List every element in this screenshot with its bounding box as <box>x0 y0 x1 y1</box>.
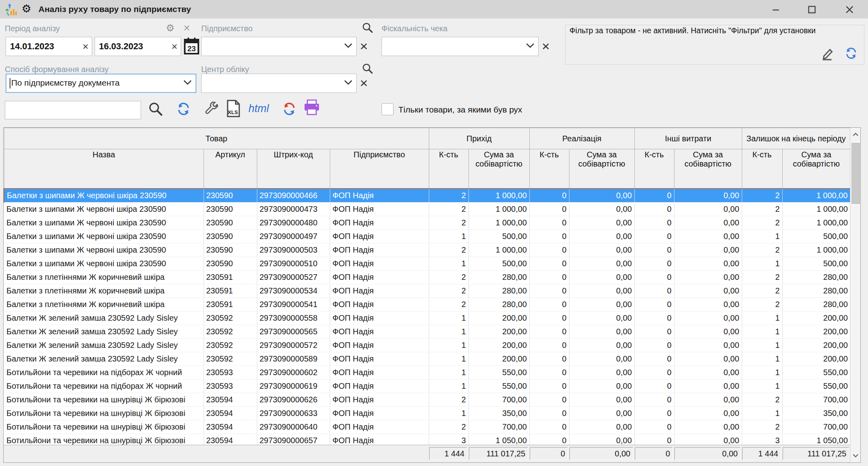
chevron-down-icon[interactable] <box>184 80 192 87</box>
table-row[interactable]: Балетки з шипами Ж червоні шкіра 2305902… <box>4 257 850 271</box>
cell-in-sum: 500,00 <box>468 230 529 243</box>
cell-other-qty: 0 <box>634 271 674 284</box>
center-combobox[interactable] <box>201 74 357 93</box>
table-row[interactable]: Балетки з шипами Ж червоні шкіра 2305902… <box>4 189 850 203</box>
chevron-down-icon[interactable] <box>526 43 534 50</box>
enterprise-search-icon[interactable] <box>361 22 373 35</box>
table-row[interactable]: Ботильйони та черевики на підборах Ж чор… <box>4 366 850 380</box>
table-row[interactable]: Балетки з шипами Ж червоні шкіра 2305902… <box>4 243 850 257</box>
cell-rest-qty: 2 <box>742 216 782 230</box>
table-row[interactable]: Балетки Ж зелений замша 230592 Lady Sisl… <box>4 352 850 366</box>
table-row[interactable]: Ботильйони та черевики на шнурівці Ж бір… <box>4 393 850 407</box>
group-header-other[interactable]: Інші витрати <box>634 128 742 149</box>
settings-gear-icon[interactable]: ⚙ <box>22 2 31 15</box>
table-row[interactable]: Ботильйони та черевики на підборах Ж чор… <box>4 380 850 393</box>
enterprise-combobox[interactable] <box>201 37 357 56</box>
refresh-icon[interactable] <box>844 46 858 62</box>
cell-sale-qty: 0 <box>529 352 569 366</box>
date-from-clear-icon[interactable]: × <box>83 40 89 53</box>
scroll-down-icon[interactable] <box>850 449 860 462</box>
period-gear-icon[interactable]: ⚙ <box>166 22 175 34</box>
settings-wrench-icon[interactable] <box>204 102 219 119</box>
cell-barcode: 2973090000633 <box>257 407 330 420</box>
col-header-name[interactable]: Назва <box>4 149 204 189</box>
cell-other-qty: 0 <box>634 203 674 216</box>
cell-rest-sum: 200,00 <box>782 352 850 366</box>
cell-sale-qty: 0 <box>529 189 569 203</box>
method-combobox[interactable]: По підприємству документа <box>6 74 196 93</box>
center-clear-icon[interactable]: × <box>360 76 368 90</box>
search-icon[interactable] <box>147 101 164 119</box>
maximize-button[interactable] <box>800 0 824 18</box>
total-cell-other-qty: 0 <box>634 445 674 460</box>
period-clear-icon[interactable]: × <box>184 22 190 34</box>
cell-other-sum: 0,00 <box>674 339 742 352</box>
scrollbar-thumb[interactable] <box>852 143 860 204</box>
table-row[interactable]: Балетки з плетіннями Ж коричневий шкіра2… <box>4 271 850 284</box>
vertical-scrollbar[interactable] <box>850 128 860 462</box>
filter-panel: Період аналізу ⚙ × 14.01.2023 × 16.03.20… <box>0 18 868 127</box>
fiscal-combobox[interactable] <box>382 37 539 56</box>
col-header-in-sum[interactable]: Сума за собівартістю <box>468 149 529 189</box>
print-icon[interactable] <box>303 99 321 118</box>
cell-sale-qty: 0 <box>529 284 569 298</box>
minimize-button[interactable] <box>764 0 788 18</box>
cell-sale-sum: 0,00 <box>569 420 634 434</box>
cell-sale-qty: 0 <box>529 366 569 380</box>
export-html-icon[interactable]: html <box>248 102 269 115</box>
text-caret <box>10 78 10 88</box>
col-header-sale-sum[interactable]: Сума за собівартістю <box>569 149 634 189</box>
cell-other-sum: 0,00 <box>674 298 742 311</box>
cell-in-qty: 2 <box>429 420 468 434</box>
table-row[interactable]: Балетки Ж зелений замша 230592 Lady Sisl… <box>4 325 850 339</box>
chevron-down-icon[interactable] <box>344 80 352 87</box>
table-row[interactable]: Балетки Ж зелений замша 230592 Lady Sisl… <box>4 339 850 352</box>
col-header-enterprise[interactable]: Підприємство <box>330 149 429 189</box>
col-header-article[interactable]: Артикул <box>204 149 257 189</box>
group-header-income[interactable]: Прихід <box>429 128 529 149</box>
col-header-other-qty[interactable]: К-сть <box>634 149 674 189</box>
group-header-sales[interactable]: Реалізація <box>529 128 634 149</box>
col-header-other-sum[interactable]: Сума за собівартістю <box>674 149 742 189</box>
cell-enterprise: ФОП Надія <box>330 257 429 271</box>
table-row[interactable]: Балетки Ж зелений замша 230592 Lady Sisl… <box>4 311 850 325</box>
date-to-clear-icon[interactable]: × <box>172 40 178 53</box>
table-row[interactable]: Ботильйони та черевики на шнурівці Ж бір… <box>4 420 850 434</box>
search-input[interactable] <box>5 101 141 119</box>
cell-other-sum: 0,00 <box>674 203 742 216</box>
table-row[interactable]: Ботильйони та черевики на шнурівці Ж бір… <box>4 407 850 420</box>
only-moved-goods-checkbox[interactable] <box>382 103 394 115</box>
refresh-red-blue-icon[interactable] <box>281 101 297 119</box>
cell-enterprise: ФОП Надія <box>330 311 429 325</box>
table-row[interactable]: Балетки з плетіннями Ж коричневий шкіра2… <box>4 298 850 311</box>
fiscal-clear-icon[interactable]: × <box>542 39 550 53</box>
cell-enterprise: ФОП Надія <box>330 271 429 284</box>
col-header-rest-sum[interactable]: Сума за собівартістю <box>782 149 850 189</box>
close-button[interactable] <box>838 0 862 18</box>
group-header-goods[interactable]: Товар <box>4 128 429 149</box>
cell-barcode: 2973090000572 <box>257 339 330 352</box>
export-xls-icon[interactable]: XLS <box>225 99 241 119</box>
calendar-icon[interactable]: 23 <box>184 37 200 57</box>
col-header-barcode[interactable]: Штрих-код <box>257 149 330 189</box>
edit-pencil-icon[interactable] <box>821 46 835 62</box>
col-header-rest-qty[interactable]: К-сть <box>742 149 782 189</box>
group-header-balance[interactable]: Залишок на кінець періоду <box>742 128 850 149</box>
enterprise-clear-icon[interactable]: × <box>360 39 368 53</box>
table-row[interactable]: Балетки з шипами Ж червоні шкіра 2305902… <box>4 216 850 230</box>
col-header-sale-qty[interactable]: К-сть <box>529 149 569 189</box>
table-row[interactable]: Балетки з шипами Ж червоні шкіра 2305902… <box>4 230 850 243</box>
table-row[interactable]: Балетки з шипами Ж червоні шкіра 2305902… <box>4 203 850 216</box>
chevron-down-icon[interactable] <box>344 43 352 50</box>
scroll-up-icon[interactable] <box>850 128 860 141</box>
table-row[interactable]: Балетки з плетіннями Ж коричневий шкіра2… <box>4 284 850 298</box>
totals-bar: 1 444111 017,2500,0000,001 444111 017,25 <box>4 445 850 462</box>
center-search-icon[interactable] <box>361 62 373 76</box>
col-header-in-qty[interactable]: К-сть <box>429 149 468 189</box>
date-from-field[interactable]: 14.01.2023 × <box>6 37 92 56</box>
total-cell-in-qty: 1 444 <box>428 445 468 460</box>
cell-sale-sum: 0,00 <box>569 257 634 271</box>
refresh-icon[interactable] <box>176 101 192 119</box>
date-to-field[interactable]: 16.03.2023 × <box>95 37 181 56</box>
cell-rest-qty: 1 <box>742 407 782 420</box>
